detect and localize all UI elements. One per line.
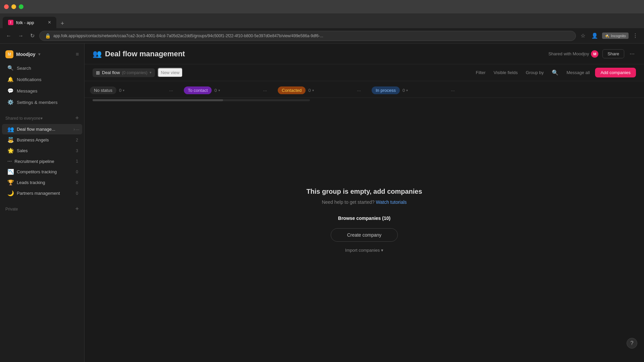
private-section-header[interactable]: Private +	[0, 204, 84, 215]
main-content: 👥 Deal flow management Shared with Moodj…	[85, 44, 644, 362]
business-angels-icon: 👼	[7, 137, 14, 143]
col-header-to-contact: To contact 0 ▾ ···	[184, 86, 267, 98]
deal-flow-more-button[interactable]: ···	[75, 127, 79, 132]
sales-icon: 🌟	[7, 147, 14, 154]
status-badge-in-process: In process	[372, 86, 400, 94]
group-by-button[interactable]: Group by	[523, 68, 546, 77]
col-more-in-process[interactable]: ···	[451, 88, 455, 93]
window-maximize-button[interactable]	[19, 4, 23, 9]
sidebar-item-business-angels[interactable]: 👼 Business Angels 2	[2, 135, 82, 145]
active-tab[interactable]: f folk - app ×	[3, 17, 56, 28]
col-header-in-process: In process 0 ▾ ···	[372, 86, 455, 98]
visible-fields-button[interactable]: Visible fields	[491, 68, 520, 77]
sidebar-item-settings[interactable]: ⚙️ Settings & members	[2, 97, 82, 108]
empty-state-actions: Browse companies (10) Create company Imp…	[327, 212, 401, 255]
view-bar-right: Filter Visible fields Group by 🔍 Message…	[473, 68, 636, 77]
page-header-right: Shared with Moodjoy M Share ···	[548, 49, 636, 59]
kanban-scrollbar[interactable]	[85, 98, 644, 101]
import-companies-button[interactable]: Import companies ▾	[342, 245, 386, 255]
private-section: Private +	[0, 204, 84, 215]
forward-button[interactable]: →	[16, 32, 25, 40]
col-more-no-status[interactable]: ···	[169, 88, 173, 93]
window-minimize-button[interactable]	[11, 4, 16, 9]
shared-section-add-button[interactable]: +	[75, 115, 79, 122]
view-tab-chevron-icon: ▾	[150, 70, 152, 75]
search-icon: 🔍	[7, 65, 13, 71]
tab-favicon: f	[8, 20, 13, 25]
shared-with: Shared with Moodjoy M	[548, 50, 598, 58]
private-section-add-button[interactable]: +	[75, 205, 79, 213]
tab-close-button[interactable]: ×	[48, 19, 51, 25]
col-chevron-in-process: ▾	[406, 88, 408, 92]
col-more-to-contact[interactable]: ···	[263, 88, 267, 93]
reload-button[interactable]: ↻	[28, 31, 37, 40]
new-tab-button[interactable]: +	[58, 19, 67, 28]
shared-section-chevron-icon: ▾	[41, 116, 43, 121]
address-bar[interactable]: 🔒 app.folk.app/apps/contacts/network/cca…	[39, 31, 576, 41]
sidebar-item-competitors[interactable]: 📉 Competitors tracking 0	[2, 167, 82, 177]
kanban-area: No status 0 ▾ ··· To contact 0 ▾ ···	[85, 81, 644, 98]
search-view-button[interactable]: 🔍	[549, 68, 561, 77]
address-text: app.folk.app/apps/contacts/network/ccaa7…	[53, 34, 570, 38]
deal-flow-icon: 👥	[7, 126, 14, 132]
sidebar-item-deal-flow[interactable]: 👥 Deal flow manage... › ···	[2, 124, 82, 134]
kanban-col-no-status: No status 0 ▾ ···	[85, 86, 178, 98]
col-header-contacted: Contacted 0 ▾ ···	[278, 86, 361, 98]
page-icon: 👥	[93, 50, 102, 58]
col-header-no-status: No status 0 ▾ ···	[90, 86, 173, 98]
incognito-badge: 🕵️ Incognito	[602, 33, 629, 39]
kanban-col-to-contact: To contact 0 ▾ ···	[178, 86, 272, 98]
sidebar-item-leads[interactable]: 🏆 Leads tracking 0	[2, 177, 82, 188]
help-button[interactable]: ?	[627, 338, 637, 349]
col-chevron-to-contact: ▾	[218, 88, 220, 92]
leads-icon: 🏆	[7, 179, 14, 186]
browse-companies-button[interactable]: Browse companies (10)	[327, 212, 401, 225]
col-chevron-contacted: ▾	[312, 88, 314, 92]
sidebar-item-notifications[interactable]: 🔔 Notifications	[2, 74, 82, 85]
sidebar-item-recruitment[interactable]: ··· Recruitment pipeline 1	[2, 156, 82, 166]
workspace-icon: M	[5, 50, 13, 58]
workspace-name[interactable]: M Moodjoy ▾	[5, 50, 40, 58]
watch-tutorials-link[interactable]: Watch tutorials	[376, 199, 407, 205]
col-count-contacted: 0 ▾	[308, 88, 314, 93]
kanban-col-contacted: Contacted 0 ▾ ···	[272, 86, 366, 98]
view-bar: ⊞ Deal flow (0 companies) ▾ New view Fil…	[85, 64, 644, 81]
sidebar-header: M Moodjoy ▾ ≡	[0, 48, 84, 62]
competitors-icon: 📉	[7, 169, 14, 175]
add-companies-button[interactable]: Add companies	[595, 68, 636, 77]
share-button[interactable]: Share	[602, 49, 624, 58]
deal-flow-view-tab[interactable]: ⊞ Deal flow (0 companies) ▾	[93, 68, 155, 77]
sidebar-item-sales[interactable]: 🌟 Sales 3	[2, 145, 82, 156]
col-more-contacted[interactable]: ···	[357, 88, 361, 93]
new-view-button[interactable]: New view	[158, 68, 183, 77]
extensions-button[interactable]: ⋮	[631, 31, 640, 40]
sidebar-item-partners[interactable]: 🌙 Partners management 0	[2, 188, 82, 198]
page-title-group: 👥 Deal flow management	[93, 50, 185, 58]
recruitment-icon: ···	[7, 158, 12, 164]
empty-state-title: This group is empty, add companies	[306, 188, 422, 195]
shared-section-header[interactable]: Shared to everyone ▾ +	[0, 113, 84, 124]
sidebar-item-search[interactable]: 🔍 Search	[2, 63, 82, 73]
create-company-button[interactable]: Create company	[331, 228, 398, 242]
view-tab-icon: ⊞	[96, 70, 100, 75]
status-badge-no-status: No status	[90, 86, 116, 94]
empty-state: This group is empty, add companies Need …	[85, 101, 644, 362]
back-button[interactable]: ←	[4, 32, 13, 40]
sidebar-item-messages[interactable]: 💬 Messages	[2, 85, 82, 96]
window-close-button[interactable]	[4, 4, 9, 9]
message-all-button[interactable]: Message all	[564, 68, 592, 77]
tab-title: folk - app	[16, 20, 34, 25]
sidebar-toggle-button[interactable]: ≡	[76, 51, 79, 57]
sidebar: M Moodjoy ▾ ≡ 🔍 Search 🔔 Notifications 💬…	[0, 44, 85, 362]
col-count-in-process: 0 ▾	[402, 88, 408, 93]
empty-state-subtitle: Need help to get started? Watch tutorial…	[322, 199, 407, 205]
bookmark-button[interactable]: ☆	[579, 31, 587, 40]
col-count-to-contact: 0 ▾	[214, 88, 220, 93]
more-options-button[interactable]: ···	[628, 49, 636, 59]
filter-button[interactable]: Filter	[473, 68, 488, 77]
import-chevron-icon: ▾	[381, 248, 383, 253]
bell-icon: 🔔	[7, 76, 13, 82]
profile-button[interactable]: 👤	[589, 31, 600, 40]
deal-flow-chevron-icon: ›	[73, 127, 75, 132]
settings-icon: ⚙️	[7, 99, 13, 105]
